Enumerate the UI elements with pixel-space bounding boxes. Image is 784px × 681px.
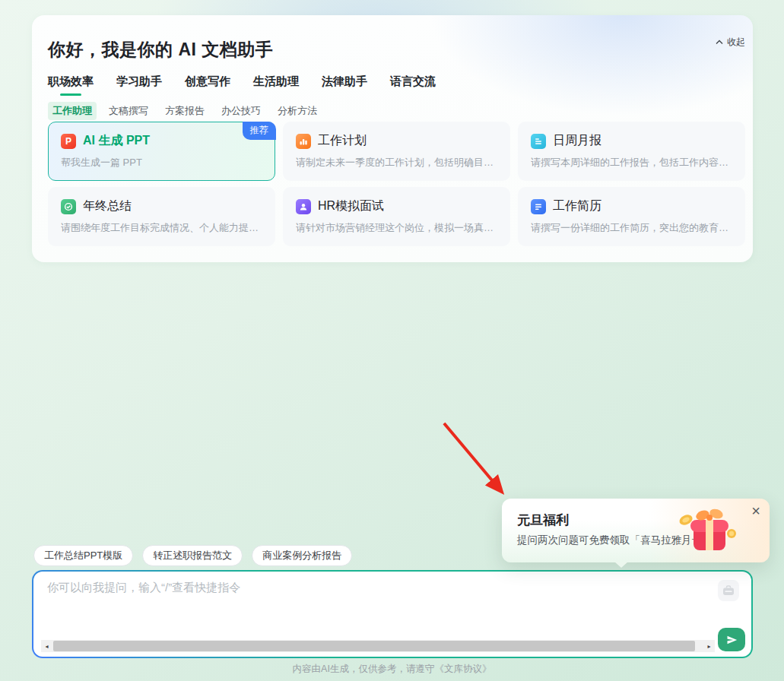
card-desc: 请撰写一份详细的工作简历，突出您的教育背... [531,221,733,235]
tag-work-summary-ppt-template[interactable]: 工作总结PPT模版 [33,545,133,566]
disclaimer-text: 内容由AI生成，仅供参考，请遵守 [293,664,435,674]
card-hr-mock-interview[interactable]: HR模拟面试 请针对市场营销经理这个岗位，模拟一场真实... [283,187,510,246]
collapse-label: 收起 [727,36,745,49]
close-icon[interactable]: × [751,502,760,520]
tag-business-case-analysis-report[interactable]: 商业案例分析报告 [252,545,352,566]
gift-icon [677,503,742,558]
card-title: 工作计划 [318,133,367,149]
subtab-manuscript-writing[interactable]: 文稿撰写 [104,102,153,120]
subtab-proposal-report[interactable]: 方案报告 [160,102,209,120]
card-desc: 帮我生成一篇 PPT [61,156,263,169]
ppt-icon: P [61,134,76,149]
assistant-panel: 你好，我是你的 AI 文档助手 收起 职场效率 学习助手 创意写作 生活助理 法… [32,15,753,262]
card-daily-weekly-monthly-report[interactable]: 日周月报 请撰写本周详细的工作报告，包括工作内容、... [518,122,745,181]
ai-doc-assistant-page: 你好，我是你的 AI 文档助手 收起 职场效率 学习助手 创意写作 生活助理 法… [0,0,784,681]
recommended-badge: 推荐 [243,122,276,140]
chat-input[interactable] [47,581,595,614]
page-title: 你好，我是你的 AI 文档助手 [48,38,273,62]
library-agreement-link[interactable]: 《文库协议》 [434,664,491,674]
card-year-end-summary[interactable]: 年终总结 请围绕年度工作目标完成情况、个人能力提升... [48,187,275,246]
scrollbar-thumb[interactable] [53,641,695,651]
category-tabs: 职场效率 学习助手 创意写作 生活助理 法律助手 语言交流 [48,74,436,96]
subtab-office-tips[interactable]: 办公技巧 [217,102,265,120]
card-desc: 请围绕年度工作目标完成情况、个人能力提升... [61,221,263,235]
subtab-work-assistant[interactable]: 工作助理 [48,102,97,120]
promo-title: 元旦福利 [517,512,569,529]
chat-composer: ◂ ▸ [32,570,753,658]
card-title: 工作简历 [553,198,601,214]
tag-probation-report-sample[interactable]: 转正述职报告范文 [142,545,243,566]
card-work-resume[interactable]: 工作简历 请撰写一份详细的工作简历，突出您的教育背... [518,187,745,246]
horizontal-scrollbar[interactable]: ◂ ▸ [41,640,715,652]
card-desc: 请撰写本周详细的工作报告，包括工作内容、... [531,156,733,169]
new-year-promo-popup[interactable]: 元旦福利 提问两次问题可免费领取「喜马拉雅月卡」 × [502,499,770,562]
prompt-card-grid: 推荐 P AI 生成 PPT 帮我生成一篇 PPT 工作计划 请制定未来一季度的… [48,122,745,246]
interview-person-icon [296,199,311,214]
send-icon [725,634,738,646]
card-title: 日周月报 [553,133,601,149]
scroll-right-arrow[interactable]: ▸ [703,640,715,652]
disclaimer: 内容由AI生成，仅供参考，请遵守《文库协议》 [0,663,784,676]
sub-category-tabs: 工作助理 文稿撰写 方案报告 办公技巧 分析方法 [48,102,322,120]
tab-study-assistant[interactable]: 学习助手 [116,74,162,96]
chevron-up-icon [716,40,723,45]
card-desc: 请制定未来一季度的工作计划，包括明确目标... [296,156,498,169]
tab-workplace-efficiency[interactable]: 职场效率 [48,74,94,96]
resume-doc-icon [531,199,546,214]
toolbox-button[interactable] [718,580,739,601]
bar-chart-icon [296,134,311,149]
scrollbar-track[interactable] [52,640,703,652]
tab-creative-writing[interactable]: 创意写作 [185,74,230,96]
card-title: HR模拟面试 [318,198,384,214]
card-work-plan[interactable]: 工作计划 请制定未来一季度的工作计划，包括明确目标... [283,122,510,181]
subtab-analysis-methods[interactable]: 分析方法 [273,102,322,120]
popup-tail [614,562,628,568]
suggestion-tags: 工作总结PPT模版 转正述职报告范文 商业案例分析报告 [33,545,352,566]
tab-life-assistant[interactable]: 生活助理 [253,74,299,96]
card-desc: 请针对市场营销经理这个岗位，模拟一场真实... [296,221,498,235]
card-title: 年终总结 [83,198,132,214]
card-ai-generate-ppt[interactable]: 推荐 P AI 生成 PPT 帮我生成一篇 PPT [48,122,275,181]
briefcase-icon [722,585,735,596]
tab-legal-assistant[interactable]: 法律助手 [322,74,367,96]
tab-language-exchange[interactable]: 语言交流 [390,74,436,96]
send-button[interactable] [718,628,745,651]
report-doc-icon [531,134,546,149]
summary-check-icon [61,199,76,214]
scroll-left-arrow[interactable]: ◂ [41,640,52,652]
collapse-button[interactable]: 收起 [716,36,745,49]
card-title: AI 生成 PPT [83,133,150,149]
